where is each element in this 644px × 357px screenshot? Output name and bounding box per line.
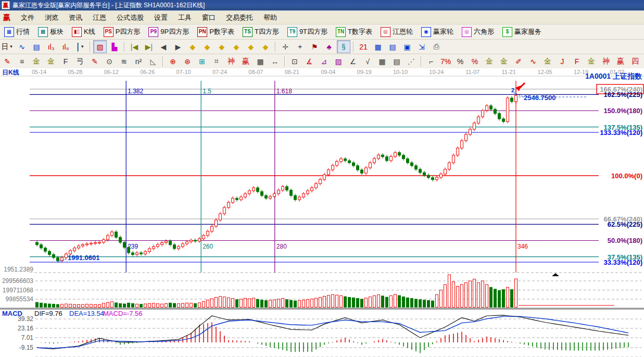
menu-item-0[interactable]: 文件 bbox=[16, 11, 40, 24]
square-target-icon[interactable]: ⊞ bbox=[195, 55, 209, 68]
export-icon[interactable]: ⇲ bbox=[415, 40, 428, 53]
win-lines-icon[interactable]: 赢 bbox=[239, 55, 252, 68]
gold-line-icon[interactable]: 金 bbox=[497, 55, 511, 68]
p9-square-button[interactable]: P99P四方形 bbox=[145, 26, 193, 39]
gold-grid-icon[interactable]: 金 bbox=[541, 55, 554, 68]
brain-tool-icon[interactable]: § bbox=[337, 40, 350, 53]
percent-line-icon[interactable]: % bbox=[468, 55, 482, 68]
solid-grid-icon[interactable]: ▦ bbox=[375, 55, 389, 68]
print-icon[interactable]: ⎙ bbox=[430, 40, 443, 53]
gann-grid-icon[interactable]: ≡ bbox=[15, 55, 29, 68]
p-digit-table-button[interactable]: PNP数字表 bbox=[194, 26, 238, 39]
f-lines-icon[interactable]: F bbox=[59, 55, 72, 68]
report-doc-icon[interactable]: ▤ bbox=[30, 40, 43, 53]
percent-icon[interactable]: % bbox=[453, 55, 467, 68]
menu-item-3[interactable]: 江恩 bbox=[87, 11, 111, 24]
menu-item-6[interactable]: 工具 bbox=[173, 11, 197, 24]
target-circle-icon[interactable]: ⊕ bbox=[166, 55, 180, 68]
n2-tool-icon[interactable]: n² bbox=[132, 55, 145, 68]
sectors-button[interactable]: ▩板块 bbox=[34, 26, 67, 39]
kline-mark-icon[interactable]: ⌗ bbox=[210, 55, 223, 68]
notes-icon[interactable]: ▤ bbox=[386, 40, 399, 53]
god-lines-icon[interactable]: 神 bbox=[224, 55, 238, 68]
menu-item-2[interactable]: 资讯 bbox=[64, 11, 87, 24]
gold-fan1-icon[interactable]: 金 bbox=[30, 55, 43, 68]
zoom-in-h-icon[interactable]: ◆ bbox=[230, 40, 243, 53]
f-angle-icon[interactable]: F bbox=[570, 55, 584, 68]
winner-service-button[interactable]: $赢家服务 bbox=[499, 26, 545, 39]
gold-circle-icon[interactable]: 金 bbox=[483, 55, 496, 68]
quotes-button[interactable]: ▦行情 bbox=[1, 26, 33, 39]
angle-line-icon[interactable]: ∠ bbox=[346, 55, 360, 68]
prev-bar-icon[interactable]: ◀ bbox=[157, 40, 170, 53]
step-chart-icon[interactable]: ⌐ bbox=[424, 55, 438, 68]
menu-item-4[interactable]: 公式选股 bbox=[111, 11, 149, 24]
hexagon-button[interactable]: ◎六角形 bbox=[458, 26, 498, 39]
pattern-tool-icon[interactable]: ▨ bbox=[93, 40, 107, 53]
first-bar-icon[interactable]: |◀ bbox=[128, 40, 141, 53]
winner-wheel-button[interactable]: ◉赢家轮 bbox=[418, 26, 457, 39]
bars-9-icon[interactable]: ıl₉ bbox=[59, 40, 72, 53]
win-angle-icon[interactable]: 赢 bbox=[614, 55, 627, 68]
gold-fan2-icon[interactable]: 金 bbox=[44, 55, 58, 68]
scroll-right-icon[interactable]: ◆ bbox=[200, 40, 214, 53]
line-grid-icon[interactable]: ▤ bbox=[390, 55, 403, 68]
crosshair-icon[interactable]: ＋ bbox=[293, 40, 307, 53]
trend-chart-icon[interactable]: ∿ bbox=[15, 40, 29, 53]
t-digit-table-button[interactable]: TNT数字表 bbox=[332, 26, 376, 39]
menu-item-8[interactable]: 交易委托 bbox=[221, 11, 258, 24]
menu-item-9[interactable]: 帮助 bbox=[258, 11, 282, 24]
j-angle-icon[interactable]: J bbox=[555, 55, 569, 68]
four-angle-icon[interactable]: 四 bbox=[628, 55, 642, 68]
menu-item-7[interactable]: 窗口 bbox=[197, 11, 221, 24]
kline-period-dropdown[interactable]: 日▼ bbox=[1, 40, 14, 53]
gold-angle-icon[interactable]: 金 bbox=[585, 55, 598, 68]
candle-width-dropdown[interactable]: ⎮▼ bbox=[73, 40, 87, 53]
brush-tool-icon[interactable]: ✎ bbox=[1, 55, 14, 68]
zoom-out-v-icon[interactable]: ◆ bbox=[244, 40, 258, 53]
drag-hand-icon[interactable]: ✛ bbox=[279, 40, 292, 53]
color-histogram-icon[interactable]: ▙ bbox=[108, 40, 121, 53]
save-icon[interactable]: ▣ bbox=[400, 40, 414, 53]
ruler-123-icon[interactable]: ▦ bbox=[254, 55, 267, 68]
set-square-icon[interactable]: ◺ bbox=[146, 55, 160, 68]
kline-button[interactable]: ▮▯K线 bbox=[68, 26, 99, 39]
flag-pointer-icon[interactable]: ⚑ bbox=[308, 40, 321, 53]
next-bar-icon[interactable]: ▶ bbox=[171, 40, 185, 53]
fan-box-icon[interactable]: ⊿ bbox=[317, 55, 331, 68]
spoke-wheel-icon[interactable]: ⊛ bbox=[181, 55, 194, 68]
god-angle-icon[interactable]: 神 bbox=[599, 55, 613, 68]
red-pen-icon[interactable]: ✎ bbox=[88, 55, 102, 68]
t9-square-button[interactable]: T99T四方形 bbox=[284, 26, 331, 39]
percent7-icon[interactable]: 7% bbox=[439, 55, 452, 68]
volume-bar bbox=[452, 282, 455, 307]
dense-lines-icon[interactable]: ≋ bbox=[117, 55, 131, 68]
gann-wheel-button[interactable]: ◎江恩轮 bbox=[377, 26, 416, 39]
chart-canvas[interactable]: 05-1405-2806-1206-2607-1007-2408-0708-21… bbox=[0, 68, 644, 357]
p-square-button[interactable]: PSP四方形 bbox=[100, 26, 144, 39]
zoom-out-h-icon[interactable]: ◆ bbox=[215, 40, 229, 53]
box-select-icon[interactable]: ⊡ bbox=[288, 55, 301, 68]
check-line-icon[interactable]: √ bbox=[361, 55, 374, 68]
fan-box2-icon[interactable]: ▨ bbox=[332, 55, 345, 68]
red-fan-icon[interactable]: ∡ bbox=[302, 55, 316, 68]
last-bar-icon[interactable]: ▶| bbox=[142, 40, 156, 53]
candle-body bbox=[369, 163, 372, 168]
calculator-icon[interactable]: ▦ bbox=[371, 40, 385, 53]
scroll-left-icon[interactable]: ◆ bbox=[186, 40, 199, 53]
compass-icon[interactable]: ⊙ bbox=[103, 55, 116, 68]
calendar-icon[interactable]: 21 bbox=[357, 40, 370, 53]
volume-bar bbox=[373, 296, 376, 307]
bow-tool-icon[interactable]: 弓 bbox=[73, 55, 87, 68]
ink-candle-icon[interactable]: ✐ bbox=[512, 55, 525, 68]
menu-item-5[interactable]: 设置 bbox=[149, 11, 173, 24]
wave-tool-icon[interactable]: ∿ bbox=[526, 55, 540, 68]
tree-tool-icon[interactable]: ♣ bbox=[322, 40, 336, 53]
zoom-in-v-icon[interactable]: ◆ bbox=[259, 40, 272, 53]
span-arrows-icon[interactable]: ↔ bbox=[268, 55, 282, 68]
bars-3-icon[interactable]: ıl₃ bbox=[44, 40, 58, 53]
volume-bar bbox=[427, 300, 430, 307]
slash-lines-icon[interactable]: ⋰ bbox=[405, 55, 418, 68]
t-square-button[interactable]: TST四方形 bbox=[239, 26, 283, 39]
menu-item-1[interactable]: 浏览 bbox=[40, 11, 64, 24]
